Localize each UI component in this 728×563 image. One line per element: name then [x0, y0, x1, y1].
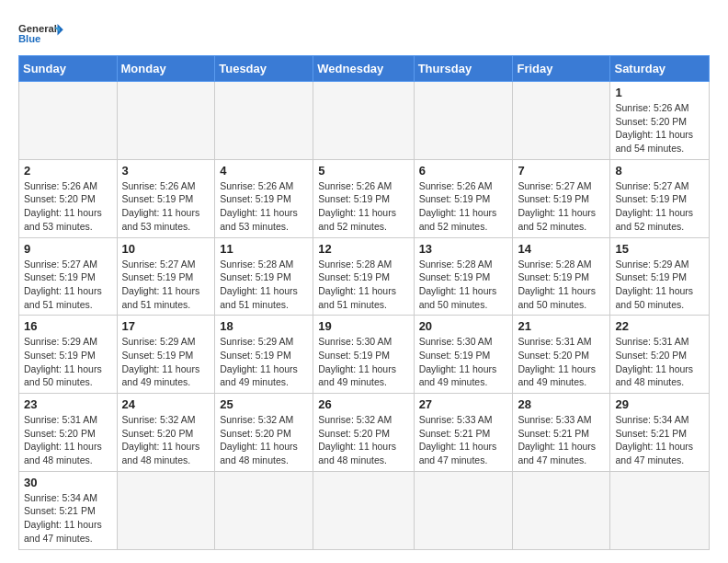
calendar-cell — [19, 82, 118, 160]
day-number: 13 — [419, 242, 508, 256]
calendar-cell: 25Sunrise: 5:32 AM Sunset: 5:20 PM Dayli… — [215, 394, 313, 472]
calendar-cell: 24Sunrise: 5:32 AM Sunset: 5:20 PM Dayli… — [117, 394, 215, 472]
calendar-cell: 2Sunrise: 5:26 AM Sunset: 5:20 PM Daylig… — [19, 159, 118, 237]
calendar-cell — [513, 82, 610, 160]
calendar-week-row-6: 30Sunrise: 5:34 AM Sunset: 5:21 PM Dayli… — [19, 471, 710, 549]
day-number: 5 — [318, 164, 408, 178]
day-info: Sunrise: 5:29 AM Sunset: 5:19 PM Dayligh… — [122, 335, 210, 389]
calendar-week-row-5: 23Sunrise: 5:31 AM Sunset: 5:20 PM Dayli… — [19, 394, 710, 472]
day-info: Sunrise: 5:27 AM Sunset: 5:19 PM Dayligh… — [615, 179, 704, 234]
calendar-cell — [215, 82, 313, 160]
day-info: Sunrise: 5:31 AM Sunset: 5:20 PM Dayligh… — [615, 335, 704, 389]
day-info: Sunrise: 5:29 AM Sunset: 5:19 PM Dayligh… — [220, 335, 308, 389]
day-number: 4 — [220, 164, 308, 178]
day-info: Sunrise: 5:33 AM Sunset: 5:21 PM Dayligh… — [518, 413, 605, 467]
day-info: Sunrise: 5:28 AM Sunset: 5:19 PM Dayligh… — [318, 258, 408, 312]
calendar-cell — [215, 471, 313, 549]
day-number: 24 — [122, 397, 210, 411]
calendar-cell: 4Sunrise: 5:26 AM Sunset: 5:19 PM Daylig… — [215, 159, 313, 237]
calendar-cell: 27Sunrise: 5:33 AM Sunset: 5:21 PM Dayli… — [414, 394, 513, 472]
day-number: 25 — [220, 397, 308, 411]
day-info: Sunrise: 5:34 AM Sunset: 5:21 PM Dayligh… — [615, 413, 704, 467]
day-number: 9 — [24, 242, 112, 256]
calendar-cell: 20Sunrise: 5:30 AM Sunset: 5:19 PM Dayli… — [414, 316, 513, 394]
day-info: Sunrise: 5:32 AM Sunset: 5:20 PM Dayligh… — [220, 413, 308, 467]
calendar-cell: 19Sunrise: 5:30 AM Sunset: 5:19 PM Dayli… — [313, 316, 414, 394]
day-number: 2 — [24, 164, 112, 178]
day-info: Sunrise: 5:29 AM Sunset: 5:19 PM Dayligh… — [24, 335, 112, 389]
calendar-cell: 28Sunrise: 5:33 AM Sunset: 5:21 PM Dayli… — [513, 394, 610, 472]
calendar-cell — [117, 82, 215, 160]
day-number: 30 — [24, 476, 112, 489]
day-number: 29 — [615, 397, 704, 411]
calendar-cell: 5Sunrise: 5:26 AM Sunset: 5:19 PM Daylig… — [313, 159, 414, 237]
day-number: 20 — [419, 319, 508, 333]
calendar-week-row-1: 1Sunrise: 5:26 AM Sunset: 5:20 PM Daylig… — [19, 82, 710, 160]
calendar-cell — [313, 82, 414, 160]
day-info: Sunrise: 5:26 AM Sunset: 5:20 PM Dayligh… — [615, 101, 704, 155]
calendar-cell: 30Sunrise: 5:34 AM Sunset: 5:21 PM Dayli… — [19, 471, 118, 549]
calendar-cell: 10Sunrise: 5:27 AM Sunset: 5:19 PM Dayli… — [117, 237, 215, 316]
calendar-cell: 8Sunrise: 5:27 AM Sunset: 5:19 PM Daylig… — [610, 159, 710, 237]
day-number: 15 — [615, 242, 704, 256]
day-number: 1 — [615, 86, 704, 99]
day-number: 23 — [24, 397, 112, 411]
weekday-header-thursday: Thursday — [414, 56, 513, 82]
calendar-cell: 14Sunrise: 5:28 AM Sunset: 5:19 PM Dayli… — [513, 237, 610, 316]
day-info: Sunrise: 5:33 AM Sunset: 5:21 PM Dayligh… — [419, 413, 508, 467]
day-number: 10 — [122, 242, 210, 256]
day-info: Sunrise: 5:26 AM Sunset: 5:20 PM Dayligh… — [24, 179, 112, 234]
day-number: 6 — [419, 164, 508, 178]
calendar-cell — [610, 471, 710, 549]
day-info: Sunrise: 5:27 AM Sunset: 5:19 PM Dayligh… — [518, 179, 605, 234]
day-info: Sunrise: 5:30 AM Sunset: 5:19 PM Dayligh… — [419, 335, 508, 389]
day-info: Sunrise: 5:30 AM Sunset: 5:19 PM Dayligh… — [318, 335, 408, 389]
weekday-header-sunday: Sunday — [19, 56, 118, 82]
calendar-cell: 9Sunrise: 5:27 AM Sunset: 5:19 PM Daylig… — [19, 237, 118, 316]
day-number: 21 — [518, 319, 605, 333]
day-number: 3 — [122, 164, 210, 178]
calendar-cell: 11Sunrise: 5:28 AM Sunset: 5:19 PM Dayli… — [215, 237, 313, 316]
weekday-header-monday: Monday — [117, 56, 215, 82]
calendar-cell — [117, 471, 215, 549]
calendar-cell: 17Sunrise: 5:29 AM Sunset: 5:19 PM Dayli… — [117, 316, 215, 394]
calendar-cell: 16Sunrise: 5:29 AM Sunset: 5:19 PM Dayli… — [19, 316, 118, 394]
day-number: 14 — [518, 242, 605, 256]
calendar-cell: 13Sunrise: 5:28 AM Sunset: 5:19 PM Dayli… — [414, 237, 513, 316]
calendar-week-row-2: 2Sunrise: 5:26 AM Sunset: 5:20 PM Daylig… — [19, 159, 710, 237]
day-info: Sunrise: 5:26 AM Sunset: 5:19 PM Dayligh… — [318, 179, 408, 234]
weekday-header-saturday: Saturday — [610, 56, 710, 82]
day-info: Sunrise: 5:28 AM Sunset: 5:19 PM Dayligh… — [419, 258, 508, 312]
calendar-cell — [414, 82, 513, 160]
weekday-header-tuesday: Tuesday — [215, 56, 313, 82]
day-number: 16 — [24, 319, 112, 333]
day-info: Sunrise: 5:26 AM Sunset: 5:19 PM Dayligh… — [220, 179, 308, 234]
calendar-week-row-3: 9Sunrise: 5:27 AM Sunset: 5:19 PM Daylig… — [19, 237, 710, 316]
day-number: 8 — [615, 164, 704, 178]
day-info: Sunrise: 5:32 AM Sunset: 5:20 PM Dayligh… — [122, 413, 210, 467]
day-number: 22 — [615, 319, 704, 333]
day-number: 11 — [220, 242, 308, 256]
calendar-cell: 12Sunrise: 5:28 AM Sunset: 5:19 PM Dayli… — [313, 237, 414, 316]
calendar-cell: 18Sunrise: 5:29 AM Sunset: 5:19 PM Dayli… — [215, 316, 313, 394]
day-number: 12 — [318, 242, 408, 256]
day-number: 19 — [318, 319, 408, 333]
weekday-header-row: SundayMondayTuesdayWednesdayThursdayFrid… — [19, 56, 710, 82]
calendar-cell — [513, 471, 610, 549]
day-number: 27 — [419, 397, 508, 411]
svg-text:General: General — [18, 23, 57, 34]
day-info: Sunrise: 5:26 AM Sunset: 5:19 PM Dayligh… — [122, 179, 210, 234]
day-info: Sunrise: 5:31 AM Sunset: 5:20 PM Dayligh… — [518, 335, 605, 389]
day-number: 28 — [518, 397, 605, 411]
day-info: Sunrise: 5:31 AM Sunset: 5:20 PM Dayligh… — [24, 413, 112, 467]
calendar-cell: 29Sunrise: 5:34 AM Sunset: 5:21 PM Dayli… — [610, 394, 710, 472]
day-number: 26 — [318, 397, 408, 411]
calendar-cell: 6Sunrise: 5:26 AM Sunset: 5:19 PM Daylig… — [414, 159, 513, 237]
day-info: Sunrise: 5:27 AM Sunset: 5:19 PM Dayligh… — [122, 258, 210, 312]
day-number: 7 — [518, 164, 605, 178]
logo: General Blue — [18, 18, 64, 46]
calendar-cell: 23Sunrise: 5:31 AM Sunset: 5:20 PM Dayli… — [19, 394, 118, 472]
calendar-cell: 22Sunrise: 5:31 AM Sunset: 5:20 PM Dayli… — [610, 316, 710, 394]
calendar-table: SundayMondayTuesdayWednesdayThursdayFrid… — [18, 55, 710, 550]
calendar-cell: 26Sunrise: 5:32 AM Sunset: 5:20 PM Dayli… — [313, 394, 414, 472]
